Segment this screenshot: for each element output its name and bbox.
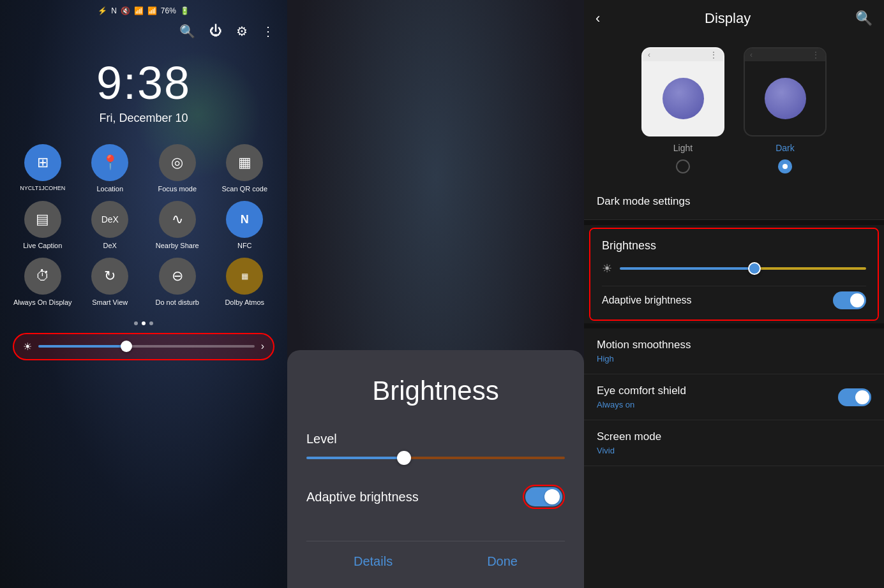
brightness-panel: Brightness Level Adaptive brightness Det… [287, 0, 584, 588]
eye-comfort-item[interactable]: Eye comfort shield Always on [584, 374, 884, 420]
wifi-icon: 📶 [134, 6, 144, 15]
app-icon-nearbyshare: ∿ [159, 201, 196, 238]
app-icon-location: 📍 [91, 144, 128, 181]
menu-icon: ⋮ [709, 50, 718, 60]
brightness-icon: ☀ [23, 341, 32, 353]
toggle-knob [544, 489, 560, 504]
adaptive-toggle-display[interactable] [833, 291, 866, 309]
app-item-dnd[interactable]: ⊖ Do not disturb [147, 258, 207, 307]
app-item[interactable]: ⊞ NYCLT1JCOHEN [13, 144, 73, 193]
adaptive-label-display: Adaptive brightness [602, 295, 692, 306]
theme-orb-dark [765, 78, 806, 119]
orb-container [643, 61, 723, 135]
app-icon-nfc: N [226, 201, 263, 238]
brightness-thumb [121, 341, 132, 352]
dot-active [142, 321, 146, 325]
eye-comfort-toggle[interactable] [838, 388, 871, 406]
eye-comfort-title: Eye comfort shield [597, 385, 686, 397]
app-label-smartview: Smart View [92, 298, 128, 307]
app-item-qr[interactable]: ▦ Scan QR code [215, 144, 275, 193]
search-button[interactable]: 🔍 [855, 10, 873, 27]
level-label: Level [306, 432, 565, 446]
brightness-bar-container[interactable]: ☀ › [13, 333, 274, 360]
app-item-livecaption[interactable]: ▤ Live Caption [13, 201, 73, 250]
screen-mode-item[interactable]: Screen mode Vivid [584, 420, 884, 466]
dot [149, 321, 153, 325]
motion-smoothness-item[interactable]: Motion smoothness High [584, 328, 884, 374]
status-bar: ⚡ N 🔇 📶 📶 76% 🔋 [0, 0, 287, 18]
bluetooth-icon: ⚡ [98, 6, 107, 15]
nfc-icon: N [111, 6, 117, 15]
app-item-aod[interactable]: ⏱ Always On Display [13, 258, 73, 307]
app-item-focus[interactable]: ◎ Focus mode [147, 144, 207, 193]
level-slider-row[interactable] [306, 457, 565, 459]
app-icon-dolby: ▦ [226, 258, 263, 295]
level-slider[interactable] [306, 457, 565, 459]
chevron-icon: ‹ [648, 50, 650, 59]
dark-theme-radio[interactable] [778, 159, 792, 173]
expand-icon[interactable]: › [261, 341, 264, 352]
screen-mode-sub: Vivid [597, 446, 871, 455]
app-item-dolby[interactable]: ▦ Dolby Atmos [215, 258, 275, 307]
dark-theme-preview: ‹ ⋮ [744, 47, 827, 136]
theme-dark-option[interactable]: ‹ ⋮ Dark [744, 47, 827, 173]
adaptive-toggle-highlighted[interactable] [523, 485, 565, 509]
quick-actions-bar: 🔍 ⏻ ⚙ ⋮ [0, 18, 287, 44]
dark-mode-settings-label: Dark mode settings [597, 195, 690, 207]
app-label-qr: Scan QR code [221, 185, 267, 193]
app-grid: ⊞ NYCLT1JCOHEN 📍 Location ◎ Focus mode ▦… [0, 125, 287, 314]
adaptive-label: Adaptive brightness [306, 490, 419, 504]
app-icon-livecaption: ▤ [24, 201, 61, 238]
theme-orb-light [663, 78, 704, 119]
app-label: NYCLT1JCOHEN [20, 185, 65, 192]
light-theme-label: Light [673, 143, 693, 153]
theme-light-option[interactable]: ‹ ⋮ Light [641, 47, 724, 173]
app-item-location[interactable]: 📍 Location [80, 144, 140, 193]
details-button[interactable]: Details [354, 554, 393, 569]
search-icon[interactable]: 🔍 [179, 24, 195, 39]
app-icon-nyclt: ⊞ [24, 144, 61, 181]
settings-icon[interactable]: ⚙ [236, 24, 248, 39]
app-icon-aod: ⏱ [24, 258, 61, 295]
app-item-dex[interactable]: DeX DeX [80, 201, 140, 250]
back-button[interactable]: ‹ [596, 10, 600, 27]
brightness-slider-row-display[interactable]: ☀ [602, 261, 866, 276]
eye-toggle-knob [855, 390, 869, 404]
clock-area: 9:38 Fri, December 10 [96, 57, 191, 125]
app-item-smartview[interactable]: ↻ Smart View [80, 258, 140, 307]
light-theme-radio[interactable] [676, 159, 690, 173]
sun-icon: ☀ [602, 261, 612, 276]
signal-icon: 📶 [147, 6, 157, 15]
light-theme-preview: ‹ ⋮ [641, 47, 724, 136]
lock-screen-panel: ⚡ N 🔇 📶 📶 76% 🔋 🔍 ⏻ ⚙ ⋮ 9:38 Fri, Decemb… [0, 0, 287, 588]
app-label-dolby: Dolby Atmos [225, 298, 264, 307]
dark-theme-label: Dark [775, 143, 795, 153]
divider2 [584, 323, 884, 328]
brightness-slider[interactable] [38, 345, 255, 348]
done-button[interactable]: Done [487, 554, 518, 569]
display-settings-panel: ‹ Display 🔍 ‹ ⋮ Light ‹ ⋮ [584, 0, 884, 588]
dark-mode-settings-item[interactable]: Dark mode settings [584, 184, 884, 220]
app-label-dnd: Do not disturb [156, 298, 199, 307]
battery-icon: 🔋 [180, 6, 190, 15]
app-icon-qr: ▦ [226, 144, 263, 181]
display-title: Display [705, 10, 751, 27]
clock-date: Fri, December 10 [96, 112, 191, 125]
display-header: ‹ Display 🔍 [584, 0, 884, 37]
level-thumb [397, 451, 411, 465]
app-icon-smartview: ↻ [91, 258, 128, 295]
adaptive-toggle[interactable] [525, 487, 562, 506]
more-icon[interactable]: ⋮ [262, 24, 274, 39]
battery-label: 76% [161, 6, 176, 15]
power-icon[interactable]: ⏻ [209, 24, 222, 39]
app-item-nearbyshare[interactable]: ∿ Nearby Share [147, 201, 207, 250]
adaptive-row: Adaptive brightness [306, 478, 565, 515]
app-label-livecaption: Live Caption [23, 242, 62, 250]
toggle-knob-display [850, 293, 864, 307]
app-label-nearbyshare: Nearby Share [156, 242, 199, 250]
app-item-nfc[interactable]: N NFC [215, 201, 275, 250]
page-dots [134, 321, 153, 325]
mute-icon: 🔇 [121, 6, 130, 15]
app-label-location: Location [96, 185, 123, 193]
brightness-track[interactable] [620, 267, 866, 270]
